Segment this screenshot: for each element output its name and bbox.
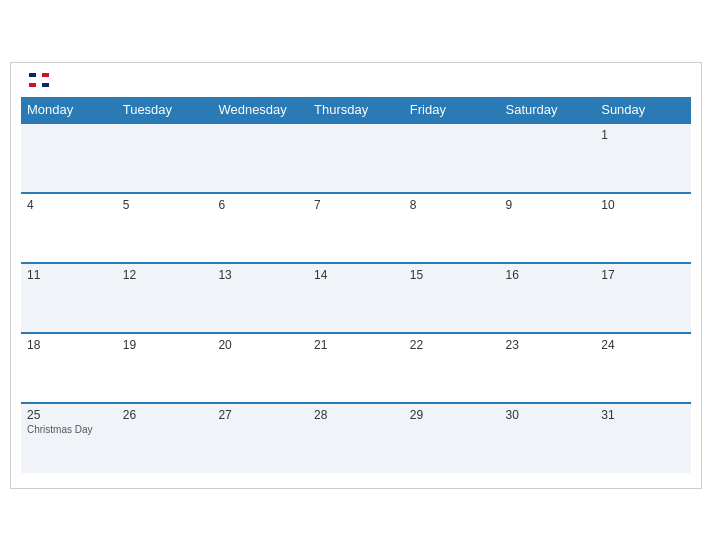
calendar-cell: 10 xyxy=(595,193,691,263)
calendar-cell: 11 xyxy=(21,263,117,333)
day-number: 19 xyxy=(123,338,207,352)
calendar-cell: 23 xyxy=(500,333,596,403)
holiday-label: Christmas Day xyxy=(27,424,111,435)
day-number: 30 xyxy=(506,408,590,422)
calendar-cell: 29 xyxy=(404,403,500,473)
day-number: 6 xyxy=(218,198,302,212)
day-header-wednesday: Wednesday xyxy=(212,97,308,123)
day-number: 26 xyxy=(123,408,207,422)
week-row-1: 1 xyxy=(21,123,691,193)
calendar-cell: 21 xyxy=(308,333,404,403)
svg-rect-5 xyxy=(29,77,49,83)
calendar-cell: 8 xyxy=(404,193,500,263)
day-number: 16 xyxy=(506,268,590,282)
days-header-row: MondayTuesdayWednesdayThursdayFridaySatu… xyxy=(21,97,691,123)
day-number: 20 xyxy=(218,338,302,352)
day-number: 7 xyxy=(314,198,398,212)
day-number: 5 xyxy=(123,198,207,212)
calendar-cell: 18 xyxy=(21,333,117,403)
day-number: 11 xyxy=(27,268,111,282)
day-header-monday: Monday xyxy=(21,97,117,123)
day-number: 27 xyxy=(218,408,302,422)
calendar-cell: 24 xyxy=(595,333,691,403)
calendar-cell: 28 xyxy=(308,403,404,473)
calendar-cell: 20 xyxy=(212,333,308,403)
calendar-cell: 1 xyxy=(595,123,691,193)
calendar-cell: 19 xyxy=(117,333,213,403)
calendar-cell: 27 xyxy=(212,403,308,473)
week-row-5: 25Christmas Day262728293031 xyxy=(21,403,691,473)
day-number: 21 xyxy=(314,338,398,352)
day-number: 25 xyxy=(27,408,111,422)
calendar-cell: 31 xyxy=(595,403,691,473)
calendar-cell: 9 xyxy=(500,193,596,263)
day-number: 29 xyxy=(410,408,494,422)
day-header-sunday: Sunday xyxy=(595,97,691,123)
calendar-cell xyxy=(212,123,308,193)
calendar-cell: 22 xyxy=(404,333,500,403)
day-number: 10 xyxy=(601,198,685,212)
day-header-tuesday: Tuesday xyxy=(117,97,213,123)
day-number: 1 xyxy=(601,128,685,142)
calendar-cell: 12 xyxy=(117,263,213,333)
day-number: 12 xyxy=(123,268,207,282)
day-number: 17 xyxy=(601,268,685,282)
day-number: 24 xyxy=(601,338,685,352)
calendar-cell xyxy=(117,123,213,193)
week-row-3: 11121314151617 xyxy=(21,263,691,333)
calendar-table: MondayTuesdayWednesdayThursdayFridaySatu… xyxy=(21,97,691,473)
day-number: 28 xyxy=(314,408,398,422)
calendar-cell: 13 xyxy=(212,263,308,333)
day-number: 22 xyxy=(410,338,494,352)
calendar-cell: 25Christmas Day xyxy=(21,403,117,473)
day-number: 31 xyxy=(601,408,685,422)
calendar: MondayTuesdayWednesdayThursdayFridaySatu… xyxy=(10,62,702,489)
day-header-friday: Friday xyxy=(404,97,500,123)
calendar-cell xyxy=(21,123,117,193)
calendar-cell: 14 xyxy=(308,263,404,333)
calendar-cell xyxy=(404,123,500,193)
day-number: 14 xyxy=(314,268,398,282)
calendar-cell: 15 xyxy=(404,263,500,333)
logo xyxy=(25,73,49,87)
day-header-saturday: Saturday xyxy=(500,97,596,123)
logo-flag-icon xyxy=(29,73,49,87)
day-number: 18 xyxy=(27,338,111,352)
day-number: 15 xyxy=(410,268,494,282)
calendar-body: 145678910111213141516171819202122232425C… xyxy=(21,123,691,473)
day-header-thursday: Thursday xyxy=(308,97,404,123)
calendar-cell: 30 xyxy=(500,403,596,473)
calendar-cell xyxy=(500,123,596,193)
day-number: 23 xyxy=(506,338,590,352)
calendar-cell: 5 xyxy=(117,193,213,263)
calendar-cell: 26 xyxy=(117,403,213,473)
day-number: 9 xyxy=(506,198,590,212)
calendar-header xyxy=(21,73,691,87)
calendar-thead: MondayTuesdayWednesdayThursdayFridaySatu… xyxy=(21,97,691,123)
calendar-cell: 7 xyxy=(308,193,404,263)
calendar-cell: 16 xyxy=(500,263,596,333)
day-number: 13 xyxy=(218,268,302,282)
calendar-cell xyxy=(308,123,404,193)
calendar-cell: 4 xyxy=(21,193,117,263)
day-number: 8 xyxy=(410,198,494,212)
calendar-cell: 6 xyxy=(212,193,308,263)
calendar-cell: 17 xyxy=(595,263,691,333)
day-number: 4 xyxy=(27,198,111,212)
week-row-2: 45678910 xyxy=(21,193,691,263)
week-row-4: 18192021222324 xyxy=(21,333,691,403)
